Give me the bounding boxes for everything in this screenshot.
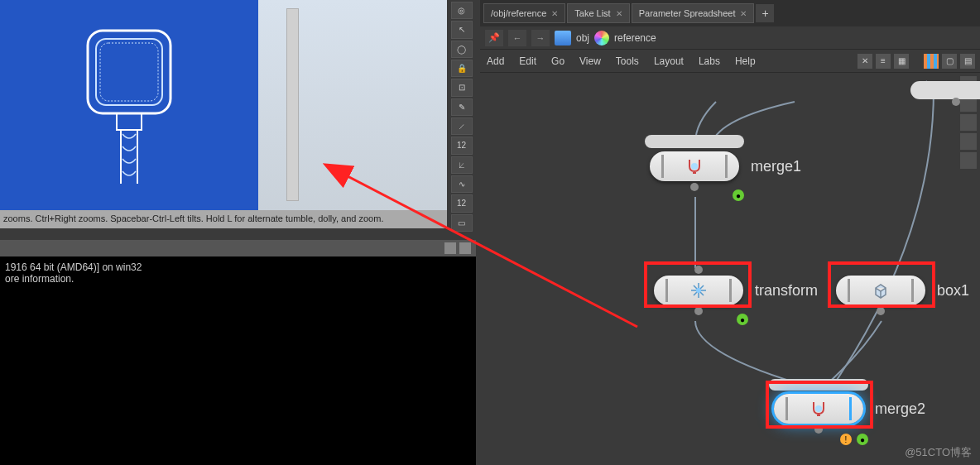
node-label: transform [755, 282, 818, 300]
snap-tool-icon[interactable]: ⊡ [451, 79, 473, 96]
tab-parameter-spreadsheet[interactable]: Parameter Spreadsheet✕ [632, 3, 755, 23]
tab-take-list[interactable]: Take List✕ [567, 3, 629, 23]
viewport-toolbar: ◎ ↖ ◯ 🔒 ⊡ ✎ ⟋ 12 ⟀ ∿ 12 ▭ [447, 0, 476, 232]
menu-add[interactable]: Add [487, 55, 504, 67]
hammer-blueprint-icon [71, 22, 187, 188]
add-tab-button[interactable]: + [756, 4, 774, 22]
svg-rect-3 [117, 113, 142, 130]
display-flag-icon[interactable]: ● [733, 189, 744, 201]
face-size-icon[interactable]: 12 [451, 194, 473, 212]
geo-node-icon[interactable] [594, 31, 609, 46]
palette-icon[interactable] [924, 54, 939, 69]
warning-flag-icon[interactable]: ! [840, 434, 852, 445]
expand-icon[interactable]: ▢ [942, 54, 957, 69]
tree-icon[interactable]: ▦ [894, 54, 909, 69]
side-tool-5[interactable] [960, 152, 977, 169]
node-output[interactable] [877, 307, 885, 315]
menu-tools[interactable]: Tools [616, 55, 639, 67]
point-size-icon[interactable]: 12 [451, 137, 473, 154]
measure-tool-icon[interactable]: ⟀ [451, 156, 473, 174]
menu-go[interactable]: Go [551, 55, 564, 67]
path-bar: 📌 ← → obj reference [480, 26, 980, 50]
svg-rect-1 [96, 39, 162, 105]
curve-tool-icon[interactable]: ∿ [451, 175, 473, 193]
edge-tool-icon[interactable]: ⟋ [451, 117, 473, 135]
detail-tool-icon[interactable]: ▭ [451, 214, 473, 232]
viewport-status-bar: zooms. Ctrl+Right zooms. Spacebar-Ctrl-L… [0, 210, 447, 228]
pin-icon[interactable]: 📌 [485, 30, 503, 46]
close-icon[interactable]: ✕ [616, 9, 622, 18]
menu-labs[interactable]: Labs [699, 55, 720, 67]
network-menu-bar: Add Edit Go View Tools Layout Labs Help … [480, 50, 980, 73]
network-tabs: /obj/reference✕ Take List✕ Parameter Spr… [480, 0, 980, 26]
path-node[interactable]: reference [614, 32, 656, 44]
console-header [0, 240, 476, 256]
svg-point-4 [691, 163, 698, 170]
multi-input-bar[interactable] [645, 135, 744, 148]
obj-level-icon[interactable] [555, 31, 571, 46]
network-view[interactable]: ● merge1 ● transform [480, 73, 957, 465]
display-flag-icon[interactable]: ● [737, 314, 748, 325]
tools-icon[interactable]: ✕ [858, 54, 872, 69]
node-label: merge1 [751, 158, 801, 175]
path-obj[interactable]: obj [576, 32, 589, 44]
node-output[interactable] [952, 98, 960, 106]
close-icon[interactable]: ✕ [551, 9, 558, 18]
lock-icon[interactable]: 🔒 [451, 60, 473, 77]
nav-back-icon[interactable]: ← [508, 30, 526, 46]
partial-node[interactable] [910, 81, 980, 99]
node-output[interactable] [694, 307, 703, 315]
node-label: box1 [937, 282, 969, 300]
lasso-tool-icon[interactable]: ◯ [451, 41, 473, 58]
annotation-box-box [828, 261, 935, 308]
box-geometry [286, 8, 299, 201]
watermark: @51CTO博客 [905, 445, 972, 460]
close-icon[interactable]: ✕ [740, 9, 747, 18]
select-tool-icon[interactable]: ↖ [451, 21, 473, 38]
annotation-box-transform [644, 261, 752, 308]
brush-tool-icon[interactable]: ✎ [451, 98, 473, 116]
python-console[interactable]: 1916 64 bit (AMD64)] on win32 ore inform… [0, 256, 476, 465]
menu-edit[interactable]: Edit [519, 55, 536, 67]
list-icon[interactable]: ≡ [876, 54, 891, 69]
viewport-3d[interactable]: zooms. Ctrl+Right zooms. Spacebar-Ctrl-L… [0, 0, 447, 228]
node-merge1[interactable]: ● merge1 [650, 151, 801, 181]
display-flag-icon[interactable]: ● [857, 434, 868, 445]
console-btn-2[interactable] [459, 242, 471, 254]
side-tool-4[interactable] [960, 133, 977, 150]
view-icon[interactable]: ▤ [960, 54, 975, 69]
menu-help[interactable]: Help [735, 55, 756, 67]
console-btn-1[interactable] [444, 242, 456, 254]
svg-rect-2 [100, 43, 158, 101]
menu-layout[interactable]: Layout [654, 55, 684, 67]
camera-icon[interactable]: ◎ [451, 2, 473, 19]
menu-view[interactable]: View [579, 55, 601, 67]
nav-forward-icon[interactable]: → [531, 30, 550, 46]
merge-icon [685, 156, 704, 176]
reference-image-plane [0, 0, 258, 210]
node-output[interactable] [690, 183, 699, 191]
node-label: merge2 [875, 400, 925, 418]
annotation-box-merge2 [766, 381, 873, 429]
tab-obj-reference[interactable]: /obj/reference✕ [483, 3, 565, 23]
side-tool-3[interactable] [960, 114, 977, 131]
